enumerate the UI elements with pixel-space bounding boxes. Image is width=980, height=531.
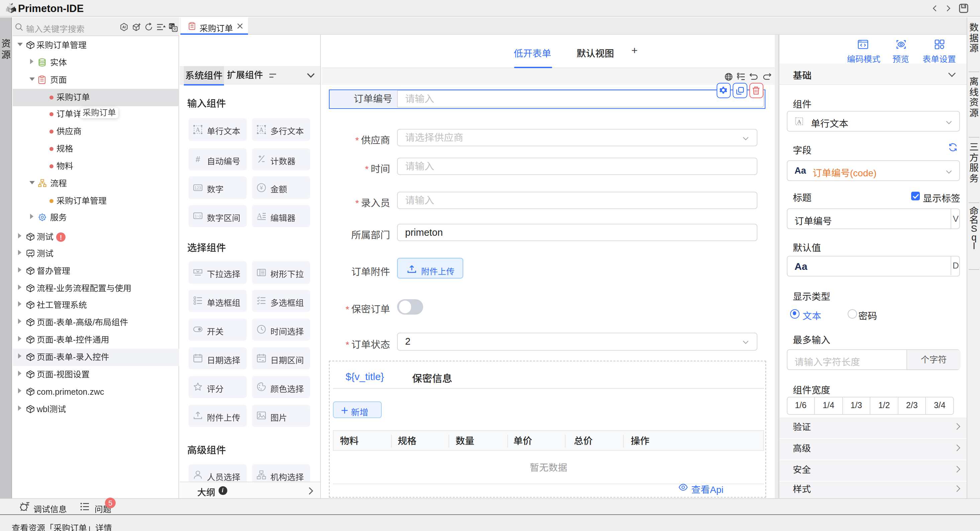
svg-text:¥: ¥: [259, 184, 263, 191]
svg-text:文: 文: [173, 27, 177, 31]
svg-text:A: A: [259, 126, 263, 133]
svg-text:A: A: [797, 119, 801, 125]
svg-text:123: 123: [194, 185, 201, 190]
svg-text:A: A: [195, 126, 200, 133]
svg-text:1~3: 1~3: [194, 214, 201, 218]
svg-text:AI: AI: [123, 25, 126, 29]
svg-text:A: A: [256, 212, 262, 220]
svg-text:#: #: [195, 155, 200, 164]
